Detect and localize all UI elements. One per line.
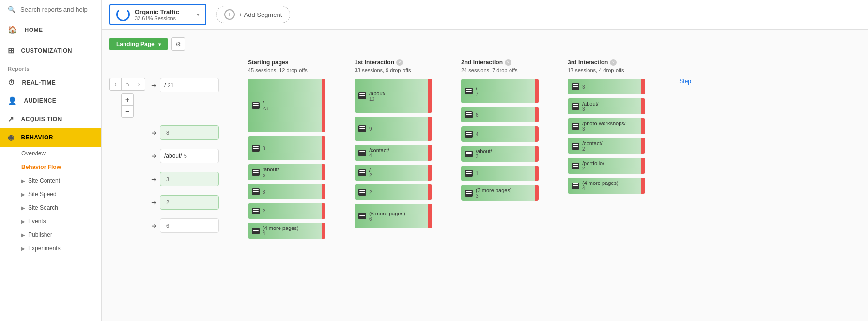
sidebar-item-publisher[interactable]: ▶ Publisher: [0, 228, 101, 242]
node-icon-i1-5: [358, 189, 366, 196]
starting-node-6[interactable]: (4 more pages) 4: [248, 223, 326, 239]
interaction1-node-4[interactable]: / 2: [355, 165, 432, 181]
interaction2-node-3[interactable]: 4: [461, 126, 539, 142]
starting-node-3[interactable]: /about/ 5: [248, 164, 326, 180]
sidebar-item-customization[interactable]: ⊞ CUSTOMIZATION: [0, 40, 101, 61]
root-node-about[interactable]: ➜ /about/ 5: [151, 149, 219, 163]
col-interaction1-title: 1st Interaction: [355, 59, 394, 67]
interaction3-node-2[interactable]: /about/ 3: [568, 98, 645, 114]
drop-off-bar-i1-2: [428, 117, 432, 141]
landing-page-label: Landing Page: [116, 41, 155, 47]
behavior-flow-label: Behavior Flow: [21, 164, 61, 170]
nav-home-button[interactable]: ⌂: [122, 78, 133, 90]
node-icon-1: [252, 102, 260, 109]
node-icon-i2-5: [465, 170, 473, 177]
interaction2-node-1[interactable]: / 7: [461, 79, 539, 103]
root-node-2[interactable]: ➜ 8: [151, 125, 219, 140]
starting-node-5[interactable]: 2: [248, 203, 326, 219]
col-interaction2-title: 2nd Interaction: [461, 59, 503, 67]
sidebar-item-overview[interactable]: Overview: [0, 147, 101, 160]
interaction1-node-1[interactable]: /about/ 10: [355, 79, 432, 113]
gear-icon: ⚙: [175, 41, 181, 48]
add-step-button[interactable]: + Step: [674, 78, 691, 85]
nav-left-button[interactable]: ‹: [110, 78, 122, 90]
col-interaction3-title: 3rd Interaction: [568, 59, 608, 67]
node-icon-6: [252, 228, 260, 234]
starting-node-4[interactable]: 3: [248, 184, 326, 199]
interaction1-node-5[interactable]: 2: [355, 184, 432, 200]
sidebar-item-site-speed[interactable]: ▶ Site Speed: [0, 187, 101, 201]
col-landing-wrapper: ➜ / 21 ➜ 8 ➜ /about/: [151, 59, 219, 237]
sidebar-item-acquisition[interactable]: ↗ ACQUISITION: [0, 110, 101, 128]
root-node-3[interactable]: ➜ 3: [151, 172, 219, 186]
behavior-icon: ◉: [8, 133, 15, 142]
root-node-4[interactable]: ➜ 2: [151, 195, 219, 210]
search-bar[interactable]: 🔍 Search reports and help: [0, 0, 101, 19]
add-segment-button[interactable]: + + Add Segment: [216, 6, 290, 23]
node-icon-i2-1: [465, 88, 473, 94]
expand-arrow-icon-6: ▶: [21, 246, 25, 251]
starting-node-2[interactable]: 8: [248, 136, 326, 160]
realtime-label: REAL-TIME: [22, 79, 56, 86]
landing-page-button[interactable]: Landing Page ▾: [109, 38, 168, 50]
col-interaction1-wrapper: 1st Interaction × 33 sessions, 9 drop-of…: [355, 59, 432, 232]
sidebar-item-experiments[interactable]: ▶ Experiments: [0, 242, 101, 255]
interaction1-node-3[interactable]: /contact/ 4: [355, 145, 432, 161]
drop-off-bar-i3-6: [641, 178, 645, 194]
zoom-in-button[interactable]: +: [122, 94, 133, 106]
settings-button[interactable]: ⚙: [171, 37, 185, 51]
root-box-5: 6: [160, 218, 219, 233]
root-arrow-icon-2: ➜: [151, 129, 157, 137]
main-content: Organic Traffic 32.61% Sessions ▾ + + Ad…: [102, 0, 868, 321]
site-content-label: Site Content: [28, 177, 60, 184]
root-arrow-icon-4: ➜: [151, 175, 157, 183]
root-box-slash: / 21: [160, 78, 219, 92]
realtime-icon: ⏱: [8, 78, 16, 87]
sidebar-item-audience[interactable]: 👤 AUDIENCE: [0, 92, 101, 110]
segment-sessions: 32.61% Sessions: [135, 15, 179, 21]
interaction3-node-5[interactable]: /portfolio/ 2: [568, 158, 645, 174]
segment-chip-organic[interactable]: Organic Traffic 32.61% Sessions ▾: [109, 4, 206, 25]
interaction1-node-6[interactable]: (6 more pages) 6: [355, 204, 432, 228]
drop-off-bar: [322, 79, 326, 132]
interaction2-node-4[interactable]: /about/ 3: [461, 146, 539, 162]
add-step-label: + Step: [674, 78, 691, 85]
drop-off-bar-i2-4: [535, 146, 539, 162]
sidebar-item-events[interactable]: ▶ Events: [0, 214, 101, 228]
node-icon-i3-5: [572, 163, 579, 169]
sidebar-item-site-content[interactable]: ▶ Site Content: [0, 174, 101, 187]
drop-off-bar-i1-1: [428, 79, 432, 113]
node-icon-i3-1: [572, 83, 579, 90]
root-node-slash[interactable]: ➜ / 21: [151, 78, 219, 92]
sidebar-item-realtime[interactable]: ⏱ REAL-TIME: [0, 74, 101, 92]
col-interaction1-close[interactable]: ×: [396, 59, 403, 66]
root-node-5[interactable]: ➜ 6: [151, 218, 219, 233]
starting-node-1[interactable]: / 23: [248, 79, 326, 132]
experiments-label: Experiments: [28, 245, 61, 252]
sidebar-item-behavior-flow[interactable]: Behavior Flow: [0, 160, 101, 174]
interaction3-node-6[interactable]: (4 more pages) 4: [568, 178, 645, 194]
sidebar-item-site-search[interactable]: ▶ Site Search: [0, 201, 101, 214]
zoom-out-button[interactable]: −: [122, 106, 133, 117]
drop-off-bar-i2-3: [535, 126, 539, 142]
sidebar-item-behavior[interactable]: ◉ BEHAVIOR: [0, 128, 101, 147]
interaction2-node-2[interactable]: 6: [461, 107, 539, 122]
interaction3-node-3[interactable]: /photo-workshops/ 3: [568, 118, 645, 134]
col-interaction3-close[interactable]: ×: [610, 59, 617, 66]
drop-off-bar-i3-4: [641, 138, 645, 154]
interaction3-node-4[interactable]: /contact/ 2: [568, 138, 645, 154]
node-icon-5: [252, 208, 260, 214]
interaction1-node-2[interactable]: 9: [355, 117, 432, 141]
interaction2-node-6[interactable]: (3 more pages) 3: [461, 185, 539, 201]
col-interaction2-close[interactable]: ×: [505, 59, 512, 66]
drop-off-bar-i1-4: [428, 165, 432, 181]
acquisition-label: ACQUISITION: [21, 116, 62, 122]
drop-off-bar-i3-5: [641, 158, 645, 174]
nav-right-button[interactable]: ›: [133, 78, 145, 90]
plus-circle-icon: +: [224, 9, 235, 20]
interaction2-node-5[interactable]: 1: [461, 166, 539, 181]
dropdown-arrow-icon: ▾: [158, 42, 161, 47]
sidebar-item-home[interactable]: 🏠 HOME: [0, 19, 101, 40]
events-label: Events: [28, 218, 46, 225]
interaction3-node-1[interactable]: 3: [568, 79, 645, 94]
